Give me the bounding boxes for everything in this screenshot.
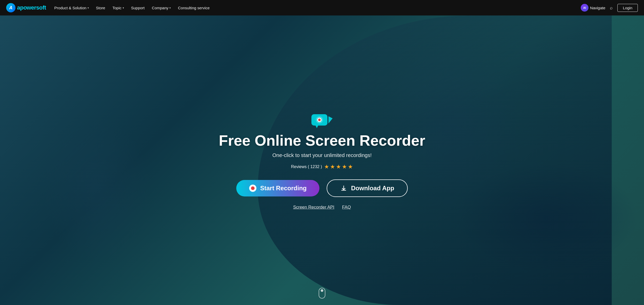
navigate-label: Navigate [590, 6, 605, 10]
scroll-indicator-icon [318, 287, 326, 299]
hero-buttons: Start Recording Download App [219, 179, 425, 197]
logo-icon: A [6, 3, 15, 12]
nav-item-store[interactable]: Store [96, 6, 105, 10]
download-icon [340, 185, 347, 192]
hero-title: Free Online Screen Recorder [219, 132, 425, 149]
nav-right: AI Navigate ⌕ Login [581, 4, 638, 12]
logo-text: apowersoft [17, 4, 46, 11]
download-app-label: Download App [351, 185, 394, 192]
star-1: ★ [324, 163, 329, 170]
nav-item-support[interactable]: Support [131, 6, 145, 10]
svg-marker-6 [328, 116, 333, 123]
nav-ai-navigate[interactable]: AI Navigate [581, 4, 605, 12]
hero-reviews: Reviews ( 1232 ) ★ ★ ★ ★ ★ [219, 163, 425, 170]
hero-icon-wrap [219, 111, 425, 129]
brand-logo[interactable]: A apowersoft [6, 3, 46, 12]
hero-subtitle: One-click to start your unlimited record… [219, 152, 425, 158]
nav-item-topic[interactable]: Topic ▾ [112, 6, 124, 10]
star-3: ★ [336, 163, 341, 170]
hero-links: Screen Recorder API FAQ [219, 205, 425, 210]
login-button[interactable]: Login [617, 4, 638, 12]
chevron-down-icon: ▾ [88, 6, 89, 9]
nav-menu: Product & Solution ▾ Store Topic ▾ Suppo… [54, 6, 572, 10]
start-recording-label: Start Recording [260, 185, 307, 192]
star-4: ★ [342, 163, 347, 170]
star-rating: ★ ★ ★ ★ ★ [324, 163, 353, 170]
star-2: ★ [330, 163, 335, 170]
hero-section: Free Online Screen Recorder One-click to… [0, 15, 644, 305]
download-app-button[interactable]: Download App [327, 179, 407, 197]
svg-point-4 [318, 119, 321, 121]
navbar: A apowersoft Product & Solution ▾ Store … [0, 0, 644, 15]
screen-recorder-icon [310, 111, 334, 129]
faq-link[interactable]: FAQ [342, 205, 351, 210]
nav-item-company[interactable]: Company ▾ [152, 6, 171, 10]
screen-recorder-api-link[interactable]: Screen Recorder API [293, 205, 334, 210]
record-dot-icon [249, 185, 256, 192]
scroll-indicator [318, 287, 326, 300]
svg-point-8 [321, 290, 323, 292]
start-recording-button[interactable]: Start Recording [236, 180, 319, 196]
search-icon[interactable]: ⌕ [610, 5, 613, 11]
ai-badge: AI [581, 4, 588, 12]
chevron-down-icon: ▾ [169, 6, 171, 9]
chevron-down-icon: ▾ [123, 6, 124, 9]
nav-item-consulting[interactable]: Consulting service [178, 6, 210, 10]
star-5: ★ [348, 163, 353, 170]
hero-content: Free Online Screen Recorder One-click to… [214, 105, 430, 215]
svg-marker-5 [316, 126, 318, 128]
reviews-label: Reviews ( 1232 ) [291, 164, 322, 169]
nav-item-product-solution[interactable]: Product & Solution ▾ [54, 6, 89, 10]
